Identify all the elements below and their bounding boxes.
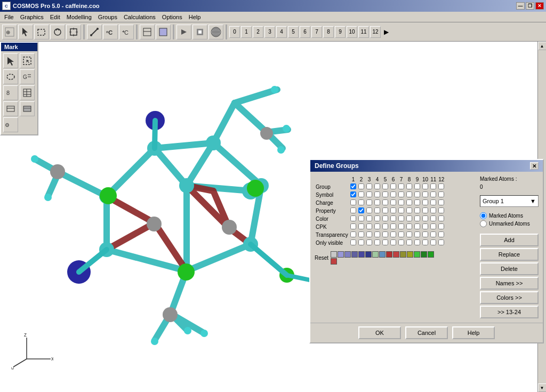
trans-cb-1[interactable] <box>350 231 356 237</box>
menu-calculations[interactable]: Calculations <box>121 13 159 21</box>
symbol-cb-4[interactable] <box>374 191 380 197</box>
menu-graphics[interactable]: Graphics <box>17 13 47 21</box>
symbol-cb-5[interactable] <box>382 191 388 197</box>
symbol-cb-9[interactable] <box>414 191 420 197</box>
cancel-button[interactable]: Cancel <box>405 326 448 339</box>
color-cb-1[interactable] <box>350 215 356 221</box>
cpk-cb-6[interactable] <box>390 223 396 229</box>
group-cb-12[interactable] <box>438 183 444 189</box>
symbol-cb-7[interactable] <box>398 191 404 197</box>
colors-button[interactable]: Colors >> <box>480 291 539 304</box>
group-cb-10[interactable] <box>422 183 428 189</box>
symbol-cb-2[interactable] <box>358 191 364 197</box>
property-cb-1[interactable] <box>350 207 356 213</box>
charge-cb-1[interactable] <box>350 199 356 205</box>
color-cb-12[interactable] <box>438 215 444 221</box>
color-cb-4[interactable] <box>374 215 380 221</box>
help-button[interactable]: Help <box>452 326 495 339</box>
toolbar-num-7[interactable]: 7 <box>311 26 322 38</box>
color-cb-5[interactable] <box>382 215 388 221</box>
vis-cb-7[interactable] <box>398 239 404 245</box>
trans-cb-2[interactable] <box>358 231 364 237</box>
cpk-cb-3[interactable] <box>366 223 372 229</box>
radio-marked-atoms[interactable] <box>480 212 487 219</box>
vis-cb-12[interactable] <box>438 239 444 245</box>
vis-cb-1[interactable] <box>350 239 356 245</box>
toolbar-action1[interactable] <box>176 25 191 39</box>
toolbar-num-12[interactable]: 12 <box>370 26 381 38</box>
group-cb-1[interactable] <box>350 183 356 189</box>
color-swatch-1[interactable] <box>338 251 344 258</box>
vis-cb-8[interactable] <box>406 239 412 245</box>
group-cb-4[interactable] <box>374 183 380 189</box>
color-swatch-5[interactable] <box>365 251 372 258</box>
cpk-cb-12[interactable] <box>438 223 444 229</box>
restore-button[interactable]: ❐ <box>526 2 534 10</box>
symbol-cb-12[interactable] <box>438 191 444 197</box>
color-cb-2[interactable] <box>358 215 364 221</box>
toolbar-num-1[interactable]: 1 <box>241 26 252 38</box>
group-cb-9[interactable] <box>414 183 420 189</box>
toolbar-num-0[interactable]: 0 <box>229 26 240 38</box>
color-swatch-15[interactable] <box>331 258 337 265</box>
charge-cb-3[interactable] <box>366 199 372 205</box>
toolbar-select[interactable]: ⊕ <box>2 25 17 39</box>
symbol-cb-8[interactable] <box>406 191 412 197</box>
color-cb-8[interactable] <box>406 215 412 221</box>
color-cb-3[interactable] <box>366 215 372 221</box>
cpk-cb-1[interactable] <box>350 223 356 229</box>
trans-cb-4[interactable] <box>374 231 380 237</box>
property-cb-2[interactable] <box>358 207 364 213</box>
property-cb-12[interactable] <box>438 207 444 213</box>
vis-cb-5[interactable] <box>382 239 388 245</box>
toolbar-more-arrow[interactable]: ▶ <box>382 26 390 38</box>
trans-cb-12[interactable] <box>438 231 444 237</box>
delete-button[interactable]: Delete <box>480 262 539 275</box>
ok-button[interactable]: OK <box>358 326 401 339</box>
symbol-cb-10[interactable] <box>422 191 428 197</box>
color-swatch-14[interactable] <box>428 251 434 258</box>
color-cb-7[interactable] <box>398 215 404 221</box>
vis-cb-10[interactable] <box>422 239 428 245</box>
property-cb-3[interactable] <box>366 207 372 213</box>
color-swatch-11[interactable] <box>407 251 413 258</box>
toolbar-action2[interactable] <box>192 25 207 39</box>
toolbar-rotate[interactable] <box>50 25 65 39</box>
menu-modelling[interactable]: Modelling <box>63 13 95 21</box>
color-cb-10[interactable] <box>422 215 428 221</box>
property-cb-9[interactable] <box>414 207 420 213</box>
toolbar-sphere[interactable] <box>208 25 223 39</box>
color-cb-6[interactable] <box>390 215 396 221</box>
mark-atom-num[interactable]: 8 <box>3 85 18 100</box>
color-swatch-7[interactable] <box>379 251 386 258</box>
trans-cb-11[interactable] <box>430 231 436 237</box>
color-swatch-2[interactable] <box>344 251 351 258</box>
menu-edit[interactable]: Edit <box>47 13 63 21</box>
toolbar-box-select[interactable] <box>34 25 49 39</box>
mark-group[interactable]: G <box>20 69 35 84</box>
cpk-cb-8[interactable] <box>406 223 412 229</box>
trans-cb-7[interactable] <box>398 231 404 237</box>
cpk-cb-5[interactable] <box>382 223 388 229</box>
trans-cb-5[interactable] <box>382 231 388 237</box>
toolbar-num-10[interactable]: 10 <box>347 26 357 38</box>
cpk-cb-4[interactable] <box>374 223 380 229</box>
cpk-cb-11[interactable] <box>430 223 436 229</box>
vis-cb-3[interactable] <box>366 239 372 245</box>
property-cb-10[interactable] <box>422 207 428 213</box>
color-swatch-4[interactable] <box>358 251 365 258</box>
color-cb-11[interactable] <box>430 215 436 221</box>
toolbar-view1[interactable] <box>140 25 155 39</box>
toolbar-num-6[interactable]: 6 <box>300 26 310 38</box>
color-swatch-0[interactable] <box>331 251 337 258</box>
trans-cb-10[interactable] <box>422 231 428 237</box>
group-dropdown[interactable]: Group 1 ▼ <box>480 195 539 207</box>
mark-extra[interactable]: ⚙ <box>3 117 18 132</box>
trans-cb-8[interactable] <box>406 231 412 237</box>
color-cb-9[interactable] <box>414 215 420 221</box>
toolbar-num-5[interactable]: 5 <box>288 26 299 38</box>
dialog-close-button[interactable]: ✕ <box>530 162 539 170</box>
color-swatch-9[interactable] <box>393 251 399 258</box>
toolbar-num-11[interactable]: 11 <box>358 26 369 38</box>
radio-unmarked-atoms[interactable] <box>480 220 487 227</box>
